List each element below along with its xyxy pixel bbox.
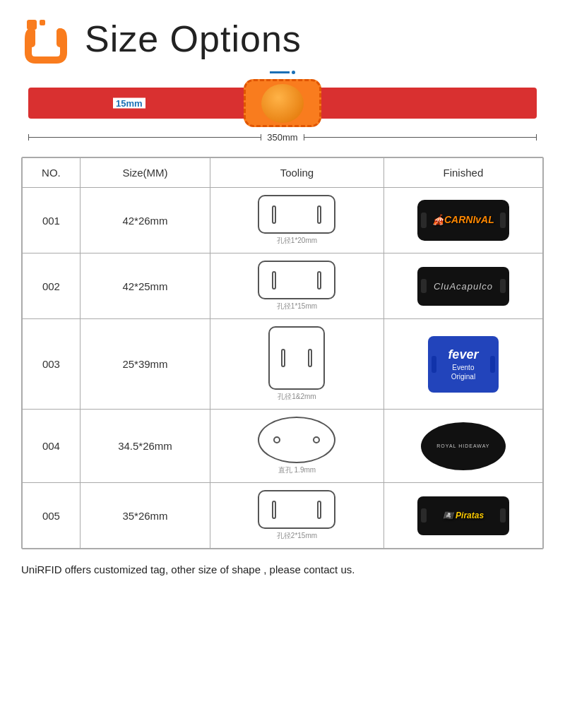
badge-slot-l — [432, 356, 436, 373]
dim-line-right — [304, 137, 537, 138]
svg-rect-1 — [40, 20, 45, 25]
tooling-shape-005: 孔径2*15mm — [216, 490, 378, 541]
finished-badge-004: ROYAL HIDEAWAY — [421, 422, 506, 470]
top-dim-indicator — [270, 71, 295, 74]
cell-finished: 🏴‍☠️ Piratas — [383, 483, 542, 549]
oval-tag-004 — [258, 417, 335, 463]
cell-tooling: 孔径1*20mm — [210, 188, 384, 253]
rect-tag-001 — [258, 195, 335, 234]
footer-text: UniRFID offers customized tag, other siz… — [21, 562, 544, 578]
wristband-tag — [244, 79, 321, 127]
logo-icon — [21, 14, 71, 64]
table-row: 005 35*26mm 孔径2*15mm — [23, 483, 543, 549]
table-row: 004 34.5*26mm 直孔 1.9mm — [23, 410, 543, 483]
cell-size: 34.5*26mm — [80, 410, 210, 483]
dim-350-label: 350mm — [261, 132, 303, 143]
cell-finished: 🎪CARNIvAL — [383, 188, 542, 253]
cell-no: 003 — [23, 319, 81, 410]
dim-350mm-row: 350mm — [28, 132, 537, 143]
badge-slot-l — [421, 213, 427, 228]
tooling-shape-003: 孔径1&2mm — [216, 326, 378, 402]
slot-right — [317, 271, 321, 290]
badge-text-top: 🎪CARNIvAL — [432, 215, 494, 225]
cell-finished: fever Evento Original — [383, 319, 542, 410]
size-table-wrapper: NO. Size(MM) Tooling Finished 001 42*26m… — [21, 157, 544, 549]
badge-text-004: ROYAL HIDEAWAY — [436, 443, 489, 448]
badge-text-002: CluAcapulco — [434, 281, 493, 292]
rect-tag-005 — [258, 490, 335, 529]
badge-slot-r — [490, 356, 495, 373]
col-header-tooling: Tooling — [210, 158, 384, 188]
hole-right — [313, 436, 320, 443]
cell-tooling: 直孔 1.9mm — [210, 410, 384, 483]
col-header-no: NO. — [23, 158, 81, 188]
dim-line-left — [28, 137, 261, 138]
badge-slot-r — [500, 279, 506, 293]
tooling-shape-001: 孔径1*20mm — [216, 195, 378, 246]
badge-text-005: 🏴‍☠️ Piratas — [443, 511, 484, 520]
tooling-shape-002: 孔径1*15mm — [216, 261, 378, 311]
cell-no: 005 — [23, 483, 81, 549]
dim-15mm-label: 15mm — [113, 98, 145, 109]
rect-tag-003 — [268, 326, 325, 390]
tooling-label-003: 孔径1&2mm — [278, 392, 316, 402]
slot-left — [281, 349, 285, 367]
col-header-size: Size(MM) — [80, 158, 210, 188]
tag-inner — [261, 84, 304, 123]
cell-finished: CluAcapulco — [383, 253, 542, 319]
diagram-section: 15mm 350mm — [21, 71, 544, 143]
cell-no: 004 — [23, 410, 81, 483]
header: Size Options — [21, 14, 544, 64]
slot-right — [317, 501, 321, 519]
slot-left — [272, 501, 276, 519]
cell-size: 42*26mm — [80, 188, 210, 253]
tooling-label-004: 直孔 1.9mm — [278, 465, 316, 475]
page: Size Options 15mm 350mm NO. — [0, 0, 565, 728]
badge-slot-l — [421, 508, 427, 523]
cell-tooling: 孔径2*15mm — [210, 483, 384, 549]
cell-size: 42*25mm — [80, 253, 210, 319]
table-header-row: NO. Size(MM) Tooling Finished — [23, 158, 543, 188]
cell-finished: ROYAL HIDEAWAY — [383, 410, 542, 483]
finished-badge-005: 🏴‍☠️ Piratas — [417, 496, 509, 535]
finished-badge-001: 🎪CARNIvAL — [417, 200, 509, 241]
dim-dot — [292, 71, 295, 74]
col-header-finished: Finished — [383, 158, 542, 188]
wristband-diagram: 15mm — [28, 78, 537, 128]
fever-title: fever — [448, 347, 478, 363]
badge-slot-r — [500, 213, 506, 228]
table-row: 003 25*39mm 孔径1&2mm — [23, 319, 543, 410]
cell-size: 35*26mm — [80, 483, 210, 549]
fever-sub2: Original — [448, 372, 478, 381]
svg-rect-0 — [27, 20, 37, 30]
cell-no: 001 — [23, 188, 81, 253]
badge-content-001: 🎪CARNIvAL — [432, 215, 494, 225]
table-row: 002 42*25mm 孔径1*15mm — [23, 253, 543, 319]
finished-badge-002: CluAcapulco — [417, 267, 509, 306]
cell-tooling: 孔径1*15mm — [210, 253, 384, 319]
tooling-shape-004: 直孔 1.9mm — [216, 417, 378, 475]
slot-left — [272, 271, 276, 290]
slot-right — [317, 205, 321, 224]
rect-tag-002 — [258, 261, 335, 299]
tooling-label-005: 孔径2*15mm — [277, 531, 317, 541]
table-row: 001 42*26mm 孔径1*20mm — [23, 188, 543, 253]
badge-slot-r — [500, 508, 506, 523]
dim-line-blue — [270, 71, 290, 73]
hole-left — [273, 436, 280, 443]
cell-tooling: 孔径1&2mm — [210, 319, 384, 410]
tooling-label-002: 孔径1*15mm — [277, 302, 317, 311]
badge-slot-l — [421, 279, 427, 293]
finished-badge-003: fever Evento Original — [428, 336, 499, 393]
fever-sub1: Evento — [448, 363, 478, 372]
cell-no: 002 — [23, 253, 81, 319]
badge-text-003: fever Evento Original — [448, 347, 478, 381]
page-title: Size Options — [85, 18, 302, 60]
slot-right — [308, 349, 312, 367]
slot-left — [272, 205, 276, 224]
cell-size: 25*39mm — [80, 319, 210, 410]
size-table: NO. Size(MM) Tooling Finished 001 42*26m… — [22, 157, 543, 549]
tooling-label-001: 孔径1*20mm — [277, 236, 317, 246]
